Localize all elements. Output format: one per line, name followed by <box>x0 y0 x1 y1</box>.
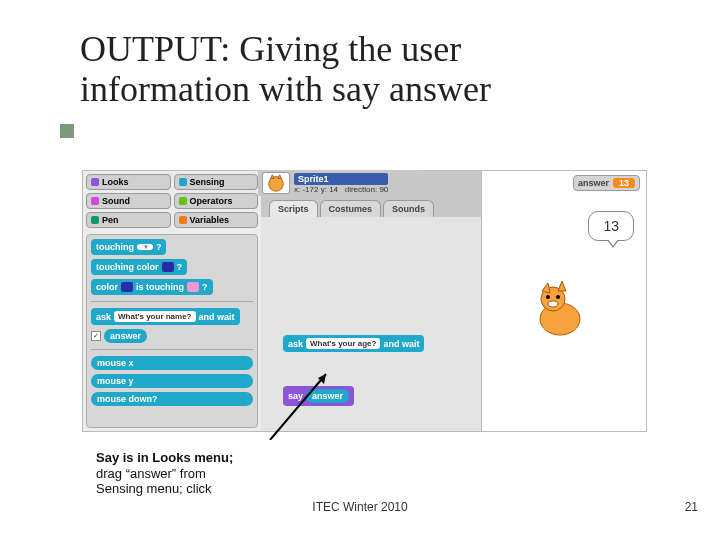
variable-monitor[interactable]: answer 13 <box>573 175 640 191</box>
scratch-window: Looks Sensing Sound Operators Pen Variab… <box>82 170 647 432</box>
sprite-thumbnail[interactable] <box>262 172 290 194</box>
block-palette: Looks Sensing Sound Operators Pen Variab… <box>83 171 261 431</box>
block-mouse-x[interactable]: mouse x <box>91 356 253 370</box>
blocks-list: touching ? touching color ? color is tou… <box>86 234 258 428</box>
monitor-value: 13 <box>613 178 635 188</box>
svg-marker-8 <box>271 175 275 179</box>
category-sensing[interactable]: Sensing <box>174 174 259 190</box>
monitor-label: answer <box>578 178 609 188</box>
embedded-answer[interactable]: answer <box>306 389 349 403</box>
script-canvas[interactable]: ask What's your age? and wait say answer <box>261 217 481 431</box>
category-pen[interactable]: Pen <box>86 212 171 228</box>
stage-top: answer 13 <box>488 175 640 191</box>
sprite-name: Sprite1 <box>294 173 388 185</box>
category-grid: Looks Sensing Sound Operators Pen Variab… <box>86 174 258 228</box>
svg-point-5 <box>556 295 560 299</box>
caption-line-2: drag “answer” from <box>96 466 206 481</box>
block-color-touching[interactable]: color is touching ? <box>91 279 213 295</box>
tab-scripts[interactable]: Scripts <box>269 200 318 217</box>
svg-point-6 <box>548 301 558 307</box>
dropdown-slot[interactable] <box>137 244 153 250</box>
script-stack[interactable]: ask What's your age? and wait say answer <box>283 335 424 406</box>
bullet-square <box>60 124 74 138</box>
divider <box>91 301 253 302</box>
block-mouse-y[interactable]: mouse y <box>91 374 253 388</box>
category-variables[interactable]: Variables <box>174 212 259 228</box>
category-looks[interactable]: Looks <box>86 174 171 190</box>
ask-input[interactable]: What's your name? <box>114 311 195 322</box>
block-ask[interactable]: ask What's your name? and wait <box>91 308 240 325</box>
svg-marker-9 <box>278 175 282 179</box>
svg-marker-2 <box>542 283 550 293</box>
sprite-direction: direction: 90 <box>345 185 389 194</box>
color-chip[interactable] <box>187 282 199 292</box>
title-line-1: OUTPUT: Giving the user <box>80 29 461 69</box>
scratch-cat-sprite[interactable] <box>528 279 592 343</box>
footer: ITEC Winter 2010 <box>0 500 720 514</box>
block-touching[interactable]: touching ? <box>91 239 166 255</box>
caption-line-3: Sensing menu; click <box>96 481 212 496</box>
script-ask-block[interactable]: ask What's your age? and wait <box>283 335 424 352</box>
block-answer[interactable]: answer <box>104 329 147 343</box>
divider <box>91 349 253 350</box>
block-mouse-down[interactable]: mouse down? <box>91 392 253 406</box>
color-chip[interactable] <box>121 282 133 292</box>
category-sound[interactable]: Sound <box>86 193 171 209</box>
slide-title: OUTPUT: Giving the user information with… <box>0 0 720 109</box>
block-touching-color[interactable]: touching color ? <box>91 259 187 275</box>
title-line-2: information with say answer <box>80 69 491 109</box>
tab-sounds[interactable]: Sounds <box>383 200 434 217</box>
caption: Say is in Looks menu; drag “answer” from… <box>96 450 306 497</box>
caption-line-1: Say is in Looks menu; <box>96 450 233 465</box>
answer-checkbox[interactable]: ✓ <box>91 331 101 341</box>
speech-bubble: 13 <box>588 211 634 241</box>
sprite-info: Sprite1 x: -172 y: 14 direction: 90 <box>258 170 423 196</box>
tab-costumes[interactable]: Costumes <box>320 200 382 217</box>
stage: answer 13 13 <box>481 171 646 431</box>
svg-point-4 <box>546 295 550 299</box>
ask-input[interactable]: What's your age? <box>306 338 380 349</box>
svg-marker-3 <box>558 281 566 291</box>
scripts-area: Scripts Costumes Sounds ask What's your … <box>261 171 481 431</box>
answer-row: ✓ answer <box>91 329 253 343</box>
sprite-position: x: -172 y: 14 <box>294 185 338 194</box>
category-operators[interactable]: Operators <box>174 193 259 209</box>
color-chip[interactable] <box>162 262 174 272</box>
script-say-block[interactable]: say answer <box>283 386 354 406</box>
page-number: 21 <box>685 500 698 514</box>
